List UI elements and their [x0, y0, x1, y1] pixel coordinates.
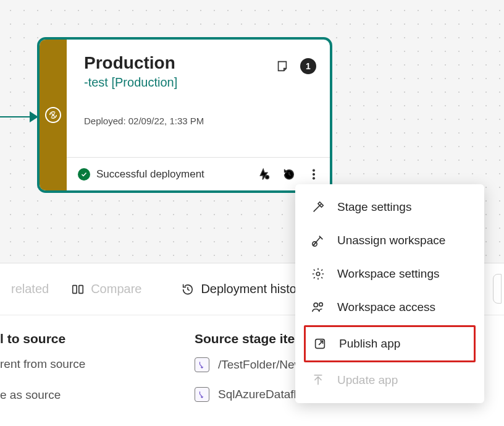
stage-card-production[interactable]: Production -test [Production] Deployed: … — [37, 37, 332, 193]
column-header-left: l to source — [0, 331, 158, 346]
svg-point-4 — [313, 173, 314, 175]
stage-card-footer: Successful deployment — [67, 157, 330, 190]
svg-line-7 — [313, 242, 317, 246]
menu-update-app: Update app — [295, 364, 484, 397]
highlight-box: Publish app — [304, 325, 476, 362]
svg-point-3 — [313, 169, 314, 171]
stage-subtitle: -test [Production] — [84, 75, 313, 90]
menu-label: Workspace access — [337, 300, 435, 314]
svg-point-10 — [319, 303, 323, 307]
menu-publish-app[interactable]: Publish app — [306, 327, 474, 360]
menu-stage-settings[interactable]: Stage settings — [295, 190, 484, 224]
panel-right-edge-control[interactable] — [493, 274, 502, 304]
toolbar-label: Compare — [91, 282, 141, 296]
menu-label: Stage settings — [337, 200, 411, 214]
svg-rect-15 — [79, 285, 83, 293]
toolbar-label: related — [11, 282, 49, 296]
dataflow-icon — [195, 387, 209, 402]
toolbar-compare[interactable]: Compare — [60, 282, 153, 296]
menu-label: Publish app — [339, 337, 400, 351]
menu-workspace-settings[interactable]: Workspace settings — [295, 257, 484, 291]
stage-count-badge[interactable]: 1 — [300, 58, 316, 74]
menu-label: Update app — [337, 373, 398, 387]
stage-more-menu: Stage settings Unassign workspace Worksp… — [295, 184, 484, 403]
note-icon[interactable] — [273, 57, 292, 75]
deploy-action-icon[interactable] — [252, 162, 277, 187]
history-icon[interactable] — [277, 162, 301, 187]
refresh-circle-icon — [45, 107, 61, 123]
stage-status-text: Successful deployment — [96, 168, 204, 181]
toolbar-label: Deployment history — [201, 282, 306, 296]
partial-text-row: rent from source — [0, 357, 158, 371]
menu-label: Workspace settings — [337, 267, 439, 281]
svg-point-9 — [314, 303, 317, 307]
partial-text-row: e as source — [0, 388, 158, 402]
more-menu-icon[interactable] — [301, 162, 326, 187]
menu-workspace-access[interactable]: Workspace access — [295, 291, 484, 324]
stage-deployed-timestamp: Deployed: 02/09/22, 1:33 PM — [84, 116, 313, 126]
connector-line — [0, 116, 31, 117]
svg-point-8 — [316, 272, 320, 276]
svg-point-5 — [313, 177, 314, 179]
dataflow-icon — [195, 357, 209, 372]
menu-unassign-workspace[interactable]: Unassign workspace — [295, 224, 484, 257]
success-check-icon — [78, 168, 90, 181]
stage-accent-bar — [40, 40, 67, 190]
stage-card-body: Production -test [Production] Deployed: … — [67, 40, 330, 190]
svg-rect-14 — [73, 285, 77, 293]
menu-label: Unassign workspace — [337, 234, 445, 247]
toolbar-related[interactable]: related — [0, 282, 60, 296]
svg-point-2 — [266, 175, 269, 179]
